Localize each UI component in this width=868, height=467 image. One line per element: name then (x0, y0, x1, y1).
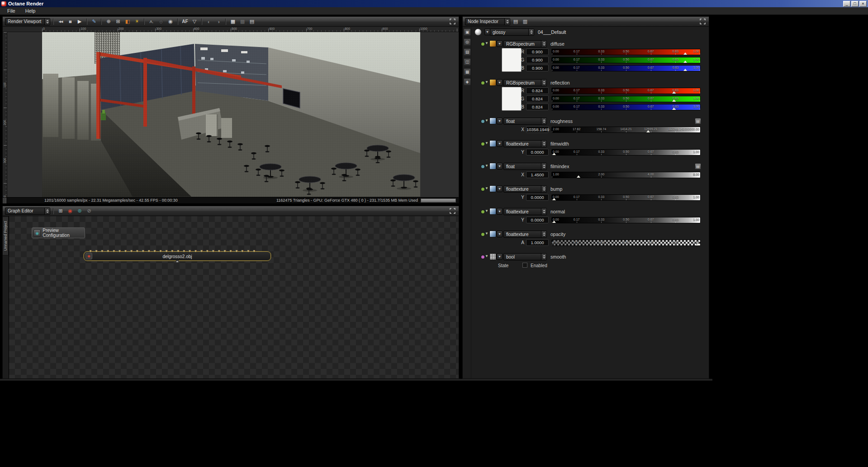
dropdown-spinner[interactable] (541, 141, 546, 147)
save-node-icon[interactable]: ▥ (521, 18, 529, 26)
slider-marker[interactable] (683, 61, 687, 63)
fullscreen-icon[interactable] (698, 18, 707, 26)
slider-diffuse-g[interactable]: 0.000.170.330.500.670.831.00 (551, 57, 701, 63)
focus-dot-icon[interactable]: ◉ (166, 18, 175, 26)
node-menu-button[interactable]: ▼ (497, 79, 503, 86)
minimize-button[interactable]: _ (843, 1, 850, 7)
smooth-checkbox[interactable] (522, 263, 527, 268)
dropdown-spinner[interactable] (528, 29, 534, 35)
collapse-icon[interactable]: ▼ (485, 209, 489, 213)
kernel-icon[interactable]: ◫ (464, 58, 471, 66)
fullscreen-icon[interactable] (448, 207, 456, 215)
delete-node-icon[interactable]: ⊘ (85, 207, 93, 215)
close-button[interactable]: × (859, 1, 867, 7)
mesh-node[interactable]: ▼▼▼▼▼▼▼▼▼▼▼▼▼▼▼▼▼▼▼▼▼▼▼▼▼▼▼▼▼ ◉ delgross… (84, 251, 271, 261)
mesh-icon[interactable]: ◈ (464, 78, 471, 85)
slider-marker[interactable] (672, 108, 676, 110)
lighting-icon[interactable]: ☀ (133, 18, 141, 26)
slider-normal[interactable]: 0.000.170.330.500.670.831.00 (551, 217, 701, 223)
input-pin[interactable] (481, 210, 484, 213)
type-dropdown[interactable]: float (503, 163, 547, 170)
slider-marker[interactable] (577, 175, 580, 178)
slider-marker[interactable] (552, 153, 556, 155)
add-node-icon[interactable]: ◉ (66, 207, 74, 215)
slider-opacity[interactable]: 0.000.170.330.500.670.831.00 (551, 240, 701, 246)
pick-material-icon[interactable]: ✎ (90, 18, 98, 26)
slider-marker[interactable] (672, 99, 676, 102)
graph-settings-icon[interactable]: ⊛ (76, 207, 84, 215)
slider-diffuse-b[interactable]: 0.000.170.330.500.670.831.00 (551, 65, 701, 71)
preview-configuration-node[interactable]: ◉ Preview Configuration (32, 227, 85, 238)
restart-render-icon[interactable]: ◀◀ (57, 18, 65, 26)
type-dropdown[interactable]: RGBspectrum (503, 40, 547, 47)
material-type-dropdown[interactable]: glossy (490, 28, 534, 36)
slider-roughness[interactable]: 2.0017.82158.741414.2112599.21112246.141… (551, 127, 701, 133)
inspector-panel-dropdown[interactable]: Node Inspector (465, 18, 510, 25)
dropdown-spinner[interactable] (504, 19, 510, 25)
value-input[interactable]: 0.0000 (526, 149, 549, 156)
value-input[interactable]: 0.824 (526, 104, 549, 110)
region-render-icon[interactable]: ⊞ (114, 18, 122, 26)
input-pin[interactable] (481, 188, 484, 191)
autofocus-button[interactable]: AF (181, 18, 189, 26)
value-input[interactable]: 0.824 (526, 87, 549, 94)
value-input[interactable]: 10358.1949 (526, 126, 549, 133)
input-pin[interactable] (481, 120, 484, 123)
grid-on-icon[interactable]: ▦ (229, 18, 237, 26)
collapse-icon[interactable]: ▼ (485, 254, 489, 258)
slider-marker[interactable] (683, 52, 687, 55)
node-menu-button[interactable]: ▼ (497, 163, 503, 170)
slider-filmwidth[interactable]: 0.000.170.330.500.670.831.00 (551, 149, 701, 156)
copy-node-icon[interactable]: ▤ (512, 18, 520, 26)
pause-render-icon[interactable]: ▮▮ (66, 18, 74, 26)
collapse-icon[interactable]: ▼ (485, 80, 489, 84)
input-pin[interactable] (481, 142, 484, 146)
slider-reflection-r[interactable]: 0.000.170.330.500.670.831.00 (551, 88, 701, 94)
menu-help[interactable]: Help (21, 8, 40, 14)
slider-marker[interactable] (552, 221, 556, 223)
value-input[interactable]: 0.900 (526, 57, 549, 63)
input-pin[interactable] (481, 42, 484, 46)
value-input[interactable]: 1.0000 (526, 239, 549, 246)
node-menu-button[interactable]: ▼ (497, 118, 503, 124)
type-dropdown[interactable]: floattexture (503, 231, 547, 238)
collapse-icon[interactable]: ▼ (485, 186, 489, 190)
input-pin[interactable] (481, 255, 484, 259)
node-output-pin[interactable] (176, 260, 179, 263)
environment-icon[interactable]: ▤ (464, 48, 471, 56)
collapse-icon[interactable]: ▼ (485, 118, 489, 123)
type-dropdown[interactable]: RGBspectrum (503, 79, 547, 86)
slider-marker[interactable] (646, 130, 650, 132)
type-dropdown[interactable]: floattexture (503, 185, 547, 193)
node-menu-button[interactable]: ▼ (497, 40, 503, 47)
node-menu-button[interactable]: ▼ (497, 140, 503, 147)
input-pin[interactable] (481, 165, 484, 168)
save-image-icon[interactable]: ▤ (248, 18, 256, 26)
menu-file[interactable]: File (3, 8, 20, 14)
viewport-panel-dropdown[interactable]: Render Viewport (5, 18, 50, 25)
dropdown-spinner[interactable] (44, 19, 50, 25)
filter-icon[interactable]: ▽ (190, 18, 199, 26)
orbit-left-icon[interactable]: ◐ (205, 18, 213, 26)
value-input[interactable]: 0.900 (526, 48, 549, 55)
render-image[interactable] (42, 32, 420, 197)
orbit-right-icon[interactable]: ◑ (214, 18, 223, 26)
slider-reflection-b[interactable]: 0.000.170.330.500.670.831.00 (551, 104, 701, 110)
collapse-icon[interactable]: ▼ (485, 231, 489, 236)
imager-icon[interactable]: ▦ (464, 68, 471, 75)
collapse-icon[interactable]: ▼ (485, 164, 489, 168)
dropdown-spinner[interactable] (541, 186, 546, 192)
value-input[interactable]: 0.0000 (526, 194, 549, 201)
slider-marker[interactable] (672, 91, 676, 94)
graph-panel-dropdown[interactable]: Graph Editor (5, 208, 50, 215)
slider-marker[interactable] (683, 69, 687, 71)
input-pin[interactable] (481, 81, 484, 85)
value-input[interactable]: 0.824 (526, 95, 549, 102)
slider-reflection-g[interactable]: 0.000.170.330.500.670.831.00 (551, 96, 701, 102)
type-dropdown[interactable]: bool (503, 253, 547, 260)
camera-icon[interactable]: ◎ (464, 38, 471, 46)
node-menu-button[interactable]: ▼ (497, 208, 503, 215)
slider-marker[interactable] (696, 243, 700, 245)
alpha-mode-icon[interactable]: A. (147, 18, 156, 26)
slider-marker[interactable] (552, 198, 556, 200)
